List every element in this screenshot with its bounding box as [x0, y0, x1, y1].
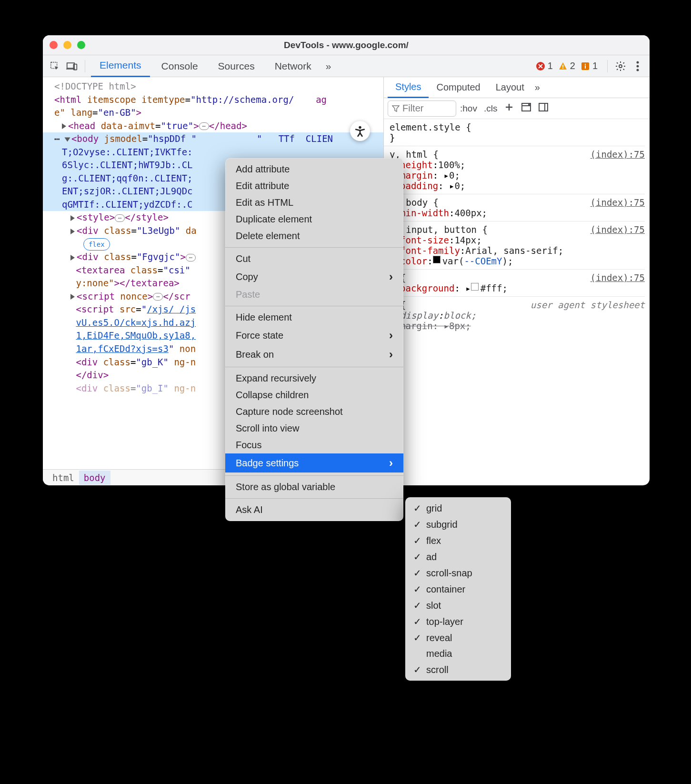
breadcrumb-html[interactable]: html	[48, 471, 79, 485]
checkmark-icon: ✓	[413, 519, 421, 530]
inspect-icon[interactable]	[48, 59, 62, 73]
svg-point-12	[637, 69, 639, 71]
badge-option-label: subgrid	[426, 519, 458, 530]
error-count: 1	[548, 60, 553, 71]
badge-option-ad[interactable]: ✓ad	[405, 549, 511, 565]
svg-rect-16	[539, 103, 548, 111]
computed-sidebar-icon[interactable]	[521, 102, 531, 115]
rule-element-style: element.style { }	[384, 119, 645, 146]
checkmark-icon: ✓	[413, 616, 421, 627]
ctx-item-scroll-into-view[interactable]: Scroll into view	[225, 420, 403, 437]
warning-icon	[558, 61, 568, 71]
badge-option-top-layer[interactable]: ✓top-layer	[405, 613, 511, 630]
badge-option-slot[interactable]: ✓slot	[405, 597, 511, 613]
svg-rect-4	[562, 65, 563, 67]
context-menu: Add attributeEdit attributeEdit as HTMLD…	[225, 158, 403, 521]
rule-ua: y {user agent stylesheet display: block;…	[384, 297, 645, 334]
tabs-overflow[interactable]: »	[532, 77, 543, 98]
ctx-item-store-as-global-variable[interactable]: Store as global variable	[225, 479, 403, 495]
filter-input[interactable]: Filter	[388, 101, 456, 117]
flex-badge[interactable]: flex	[83, 238, 110, 251]
tab-sources[interactable]: Sources	[210, 55, 263, 77]
filter-icon	[392, 105, 400, 112]
separator	[85, 60, 85, 72]
ctx-item-duplicate-element[interactable]: Duplicate element	[225, 211, 403, 228]
ctx-item-force-state[interactable]: Force state›	[225, 326, 403, 345]
badge-option-label: container	[426, 584, 465, 595]
ctx-item-ask-ai[interactable]: Ask AI	[225, 502, 403, 518]
tabs-overflow[interactable]: »	[323, 55, 334, 77]
svg-point-13	[359, 126, 361, 129]
minimize-window-button[interactable]	[63, 41, 71, 49]
checkmark-icon: ✓	[413, 583, 421, 595]
badge-option-label: slot	[426, 600, 441, 611]
chevron-right-icon: ›	[389, 348, 393, 361]
settings-icon[interactable]	[613, 59, 628, 73]
tab-layout[interactable]: Layout	[488, 77, 532, 98]
error-icon	[535, 61, 546, 71]
badge-option-label: grid	[426, 503, 442, 514]
zoom-window-button[interactable]	[77, 41, 85, 49]
ctx-item-collapse-children[interactable]: Collapse children	[225, 387, 403, 403]
accessibility-icon[interactable]	[350, 121, 370, 141]
tab-styles[interactable]: Styles	[388, 77, 429, 98]
badge-option-grid[interactable]: ✓grid	[405, 500, 511, 516]
badge-option-label: scroll-snap	[426, 568, 472, 579]
rule-font: y, input, button {(index):75 font-size: …	[384, 221, 645, 270]
ctx-item-add-attribute[interactable]: Add attribute	[225, 161, 403, 178]
ctx-item-delete-element[interactable]: Delete element	[225, 228, 403, 244]
chevron-right-icon: ›	[389, 456, 393, 470]
ctx-item-copy[interactable]: Copy›	[225, 267, 403, 286]
badge-option-subgrid[interactable]: ✓subgrid	[405, 516, 511, 533]
new-rule-icon[interactable]	[504, 102, 514, 115]
device-toggle-icon[interactable]	[65, 59, 79, 73]
ctx-item-capture-node-screenshot[interactable]: Capture node screenshot	[225, 403, 403, 420]
badge-option-label: ad	[426, 552, 437, 563]
filter-row: Filter :hov .cls	[384, 98, 650, 119]
cls-toggle[interactable]: .cls	[484, 103, 498, 114]
chevron-right-icon: ›	[389, 329, 393, 342]
tab-elements[interactable]: Elements	[91, 55, 150, 77]
toggle-sidebar-icon[interactable]	[538, 102, 549, 115]
chevron-right-icon: ›	[389, 270, 393, 283]
badge-option-reveal[interactable]: ✓reveal	[405, 630, 511, 646]
badge-option-scroll[interactable]: ✓scroll	[405, 662, 511, 678]
svg-rect-8	[585, 65, 586, 69]
tab-computed[interactable]: Computed	[429, 77, 488, 98]
css-rules[interactable]: element.style { } y, html {(index):75 he…	[384, 119, 650, 485]
tab-console[interactable]: Console	[153, 55, 207, 77]
badge-option-scroll-snap[interactable]: ✓scroll-snap	[405, 565, 511, 581]
ctx-item-badge-settings[interactable]: Badge settings›	[225, 453, 403, 472]
status-indicators[interactable]: 1 2 1	[535, 60, 598, 71]
ctx-item-cut[interactable]: Cut	[225, 251, 403, 267]
badge-option-flex[interactable]: ✓flex	[405, 533, 511, 549]
rule-html: y, html {(index):75 height: 100%; margin…	[384, 146, 645, 194]
svg-point-9	[619, 65, 622, 68]
tab-network[interactable]: Network	[266, 55, 320, 77]
badge-option-media[interactable]: media	[405, 646, 511, 662]
checkmark-icon: ✓	[413, 632, 421, 643]
badge-option-label: reveal	[426, 633, 452, 643]
ctx-item-break-on[interactable]: Break on›	[225, 345, 403, 364]
titlebar: DevTools - www.google.com/	[43, 35, 650, 55]
ctx-item-expand-recursively[interactable]: Expand recursively	[225, 370, 403, 387]
ctx-item-edit-attribute[interactable]: Edit attribute	[225, 178, 403, 194]
warning-count: 2	[570, 60, 575, 71]
hov-toggle[interactable]: :hov	[460, 103, 477, 114]
close-window-button[interactable]	[50, 41, 58, 49]
svg-point-15	[529, 104, 530, 105]
styles-panel: Styles Computed Layout » Filter :hov .cl…	[384, 77, 650, 485]
svg-rect-5	[562, 68, 563, 69]
badge-option-container[interactable]: ✓container	[405, 581, 511, 597]
breadcrumb-body[interactable]: body	[79, 471, 110, 485]
checkmark-icon: ✓	[413, 567, 421, 579]
selected-element[interactable]: ⋯ <body jsmodel="hspDDf " " TTf CLIEN	[43, 132, 383, 146]
rule-background: y {(index):75 background: ▸ #fff;	[384, 270, 645, 297]
checkmark-icon: ✓	[413, 600, 421, 611]
checkmark-icon: ✓	[413, 664, 421, 675]
ctx-item-focus[interactable]: Focus	[225, 437, 403, 453]
ctx-item-hide-element[interactable]: Hide element	[225, 309, 403, 326]
ctx-item-edit-as-html[interactable]: Edit as HTML	[225, 194, 403, 211]
kebab-menu-icon[interactable]	[631, 59, 645, 73]
checkmark-icon: ✓	[413, 503, 421, 514]
